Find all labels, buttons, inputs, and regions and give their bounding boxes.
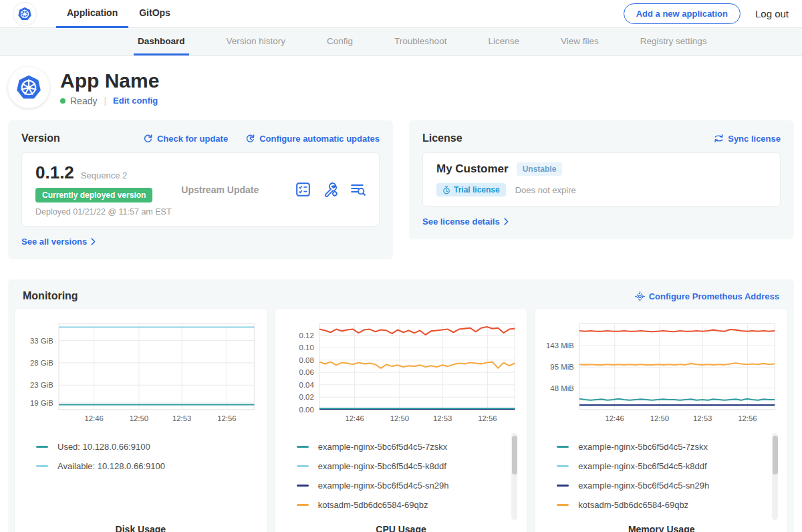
svg-text:12:53: 12:53 [693, 414, 712, 422]
license-card: License Sync license My Customer Unstabl… [409, 120, 794, 239]
sequence-label: Sequence 2 [81, 170, 127, 180]
disk-plot: 33 GiB28 GiB23 GiB19 GiB12:4612:5012:531… [20, 318, 261, 430]
tab-application[interactable]: Application [56, 0, 128, 28]
svg-text:0.06: 0.06 [299, 368, 313, 376]
channel-badge: Unstable [517, 162, 563, 176]
app-header: App Name Ready | Edit config [0, 56, 802, 118]
configure-prometheus-link[interactable]: Configure Prometheus Address [635, 291, 779, 301]
legend-swatch [557, 504, 569, 506]
legend-item: example-nginx-5bc6f5d4c5-7zskx [297, 437, 510, 456]
sync-license-link[interactable]: Sync license [714, 134, 781, 144]
edit-config-link[interactable]: Edit config [113, 96, 158, 106]
legend-item: example-nginx-5bc6f5d4c5-sn29h [297, 476, 510, 495]
subtab-config[interactable]: Config [323, 28, 357, 55]
view-logs-icon[interactable] [350, 182, 366, 197]
svg-text:0.08: 0.08 [299, 356, 313, 364]
charts-row: 33 GiB28 GiB23 GiB19 GiB12:4612:5012:531… [15, 309, 787, 532]
legend-swatch [297, 485, 309, 487]
gear-icon [635, 291, 645, 301]
subtab-registry-settings[interactable]: Registry settings [636, 28, 711, 55]
legend-swatch [36, 446, 48, 448]
version-card-title: Version [21, 132, 60, 144]
refresh-icon [143, 134, 153, 144]
sync-icon [714, 134, 724, 143]
svg-text:28 GiB: 28 GiB [30, 359, 53, 367]
svg-text:48 MiB: 48 MiB [551, 384, 574, 392]
svg-text:33 GiB: 33 GiB [30, 337, 53, 345]
trial-license-badge: Trial license [436, 183, 506, 196]
legend-label: Available: 10.128.0.66:9100 [57, 461, 165, 471]
svg-text:12:46: 12:46 [606, 414, 624, 422]
legend-scrollbar-thumb[interactable] [773, 436, 778, 475]
clock-refresh-icon [245, 134, 255, 144]
ready-status-dot [60, 98, 65, 104]
logout-button[interactable]: Log out [755, 8, 789, 19]
legend-label: example-nginx-5bc6f5d4c5-7zskx [578, 442, 708, 452]
config-wrench-icon[interactable] [323, 182, 338, 197]
legend-label: example-nginx-5bc6f5d4c5-k8ddf [578, 461, 706, 471]
svg-text:0.10: 0.10 [299, 344, 313, 352]
svg-text:12:50: 12:50 [650, 414, 669, 422]
current-version-panel: 0.1.2 Sequence 2 Currently deployed vers… [21, 152, 380, 227]
see-all-versions-link[interactable]: See all versions [21, 237, 96, 247]
preflight-checklist-icon[interactable] [295, 182, 311, 197]
chart-card-memory: 143 MiB95 MiB48 MiB12:4612:5012:5312:56e… [535, 309, 787, 532]
svg-text:12:56: 12:56 [738, 414, 757, 422]
legend-swatch [557, 446, 569, 448]
cards-row: Version Check for update Configure au [0, 118, 802, 259]
svg-text:0.00: 0.00 [299, 406, 313, 414]
legend-item: example-nginx-5bc6f5d4c5-k8ddf [557, 456, 770, 476]
legend-swatch [36, 465, 48, 467]
legend-label: example-nginx-5bc6f5d4c5-sn29h [578, 481, 709, 491]
cpu-legend: example-nginx-5bc6f5d4c5-7zskxexample-ng… [281, 430, 522, 515]
expiration-text: Does not expire [515, 185, 576, 195]
see-license-details-link[interactable]: See license details [422, 217, 509, 227]
chart-card-disk: 33 GiB28 GiB23 GiB19 GiB12:4612:5012:531… [15, 309, 267, 532]
legend-label: example-nginx-5bc6f5d4c5-sn29h [318, 481, 449, 491]
divider: | [104, 96, 106, 106]
legend-label: kotsadm-5db6dc6584-69qbz [578, 500, 688, 510]
status-text: Ready [70, 96, 97, 106]
check-for-update-link[interactable]: Check for update [143, 134, 228, 144]
configure-automatic-updates-link[interactable]: Configure automatic updates [245, 134, 380, 144]
subtab-license[interactable]: License [484, 28, 523, 55]
legend-swatch [297, 504, 309, 506]
legend-scrollbar-thumb[interactable] [512, 436, 517, 475]
svg-text:12:53: 12:53 [172, 414, 191, 422]
kubernetes-logo-icon [13, 3, 36, 25]
svg-text:0.12: 0.12 [299, 331, 313, 340]
monitoring-section: Monitoring Configure Prometheus Address … [8, 279, 794, 532]
chart-title: Disk Usage [20, 524, 261, 532]
add-new-application-button[interactable]: Add a new application [624, 3, 741, 24]
svg-text:95 MiB: 95 MiB [551, 363, 574, 371]
license-panel: My Customer Unstable Trial license Does … [422, 152, 781, 207]
legend-swatch [557, 465, 569, 467]
chart-title: CPU Usage [281, 524, 522, 532]
memory-plot: 143 MiB95 MiB48 MiB12:4612:5012:5312:56 [541, 318, 782, 430]
license-card-title: License [422, 132, 462, 144]
subtab-troubleshoot[interactable]: Troubleshoot [390, 28, 450, 55]
legend-label: kotsadm-5db6dc6584-69qbz [318, 500, 428, 510]
legend-scrollbar[interactable] [511, 433, 517, 520]
top-navbar: Application GitOps Add a new application… [0, 0, 802, 28]
svg-text:12:50: 12:50 [130, 414, 148, 422]
svg-text:12:46: 12:46 [84, 414, 103, 422]
svg-text:12:46: 12:46 [345, 414, 364, 422]
legend-item: kotsadm-5db6dc6584-69qbz [557, 495, 770, 515]
chart-card-cpu: 0.120.100.080.060.040.020.0012:4612:5012… [275, 309, 527, 532]
chevron-right-icon [91, 238, 96, 245]
legend-scrollbar[interactable] [772, 433, 778, 520]
stopwatch-icon [442, 186, 450, 194]
app-sub-navbar: Dashboard Version history Config Trouble… [0, 28, 802, 56]
legend-label: example-nginx-5bc6f5d4c5-k8ddf [318, 461, 446, 471]
disk-legend: Used: 10.128.0.66:9100Available: 10.128.… [20, 430, 261, 476]
legend-item: Available: 10.128.0.66:9100 [36, 456, 249, 476]
svg-text:23 GiB: 23 GiB [30, 381, 53, 389]
subtab-view-files[interactable]: View files [557, 28, 603, 55]
version-number: 0.1.2 [35, 162, 74, 183]
tab-gitops[interactable]: GitOps [128, 0, 181, 28]
legend-item: example-nginx-5bc6f5d4c5-sn29h [557, 476, 770, 495]
svg-text:0.04: 0.04 [299, 381, 313, 389]
subtab-dashboard[interactable]: Dashboard [134, 28, 189, 55]
subtab-version-history[interactable]: Version history [223, 28, 290, 55]
